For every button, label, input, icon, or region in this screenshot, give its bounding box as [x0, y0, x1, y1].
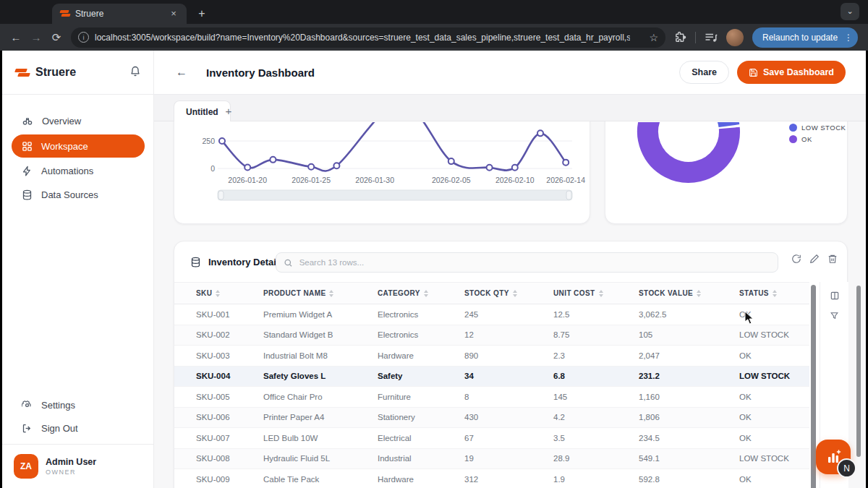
table-cell: 312: [464, 475, 553, 484]
table-cell: Electrical: [378, 434, 464, 442]
table-cell: 234.5: [639, 434, 739, 442]
struere-favicon: [59, 9, 69, 19]
url-text: localhost:3005/workspace/build?name=Inve…: [95, 33, 630, 43]
sidebar-item-data-sources[interactable]: Data Sources: [12, 183, 145, 206]
table-cell: OK: [739, 393, 809, 401]
column-header[interactable]: UNIT COST: [553, 289, 639, 297]
table-body: SKU-001Premium Widget AElectronics24512.…: [174, 304, 809, 488]
table-row[interactable]: SKU-006Printer Paper A4Stationery4304.21…: [174, 408, 809, 429]
legend-dot: [789, 124, 797, 132]
media-controls-icon[interactable]: [705, 32, 718, 43]
search-input[interactable]: [298, 257, 770, 267]
table-cell: SKU-002: [196, 330, 263, 339]
table-cell: Office Chair Pro: [263, 393, 378, 401]
bookmark-star-icon[interactable]: ☆: [649, 32, 658, 43]
table-scrollbar[interactable]: [811, 285, 816, 488]
sort-icon[interactable]: [697, 290, 701, 297]
share-button[interactable]: Share: [679, 61, 729, 84]
edit-icon[interactable]: [806, 250, 823, 267]
site-info-icon[interactable]: i: [78, 32, 89, 43]
table-row[interactable]: SKU-004Safety Gloves LSafety346.8231.2LO…: [174, 367, 809, 388]
table-cell: Printer Paper A4: [263, 413, 378, 421]
brand-name: Struere: [35, 66, 76, 79]
table-row[interactable]: SKU-002Standard Widget BElectronics128.7…: [174, 325, 809, 346]
table-cell: 3,062.5: [639, 310, 739, 319]
notifications-bell-icon[interactable]: [129, 65, 141, 80]
column-header[interactable]: STATUS: [739, 289, 809, 297]
table-cell: 12: [464, 330, 553, 339]
table-row[interactable]: SKU-009Cable Tie PackHardware3121.9592.8…: [174, 469, 809, 488]
column-header[interactable]: PRODUCT NAME: [263, 289, 378, 297]
sidebar-item-overview[interactable]: Overview: [12, 109, 145, 132]
column-header[interactable]: STOCK QTY: [464, 289, 553, 297]
sidebar-divider: [2, 444, 154, 445]
sort-icon[interactable]: [216, 290, 220, 297]
page-scrollbar[interactable]: [856, 286, 861, 457]
relaunch-label: Relaunch to update: [762, 33, 838, 43]
table-row[interactable]: SKU-007LED Bulb 10WElectrical673.5234.5O…: [174, 428, 809, 449]
sidebar: Struere Overview Workspace: [2, 51, 154, 488]
user-name: Admin User: [46, 457, 96, 467]
table-cell: SKU-001: [196, 310, 263, 319]
tab-close-icon[interactable]: ×: [168, 8, 179, 20]
address-bar[interactable]: i localhost:3005/workspace/build?name=In…: [71, 27, 665, 48]
table-cell: 2.3: [553, 351, 639, 360]
table-cell: 2,047: [639, 351, 739, 360]
columns-icon[interactable]: [830, 291, 840, 301]
extensions-icon[interactable]: [674, 31, 686, 43]
delete-icon[interactable]: [824, 250, 841, 267]
sort-icon[interactable]: [773, 290, 777, 297]
tab-list-chevron-icon[interactable]: ⌄: [841, 3, 859, 20]
table-search[interactable]: [276, 252, 778, 273]
relaunch-button[interactable]: Relaunch to update ⋮: [752, 27, 858, 48]
table-cell: 28.9: [553, 454, 639, 463]
back-nav-icon[interactable]: ←: [6, 27, 26, 48]
browser-tab[interactable]: Struere ×: [52, 4, 187, 24]
table-cell: SKU-007: [196, 434, 263, 442]
table-cell: OK: [739, 434, 809, 442]
legend-label: LOW STOCK: [801, 124, 846, 132]
table-cell: Industrial Bolt M8: [263, 351, 378, 360]
table-row[interactable]: SKU-001Premium Widget AElectronics24512.…: [174, 304, 809, 325]
sort-icon[interactable]: [599, 290, 603, 297]
svg-text:2026-01-25: 2026-01-25: [292, 176, 331, 184]
add-tab-button[interactable]: +: [221, 103, 237, 119]
sidebar-item-sign-out[interactable]: Sign Out: [12, 416, 145, 440]
table-cell: SKU-006: [196, 413, 263, 421]
table-row[interactable]: SKU-005Office Chair ProFurniture81451,16…: [174, 387, 809, 408]
table-cell: 4.2: [553, 413, 639, 421]
sort-icon[interactable]: [424, 290, 428, 297]
browser-profile-avatar[interactable]: [726, 29, 744, 46]
line-chart[interactable]: 25002026-01-202026-01-252026-01-302026-0…: [174, 122, 591, 225]
save-dashboard-button[interactable]: Save Dashboard: [737, 61, 846, 84]
filter-icon[interactable]: [830, 311, 839, 320]
sort-icon[interactable]: [513, 290, 517, 297]
table-row[interactable]: SKU-008Hydraulic Fluid 5LIndustrial1928.…: [174, 449, 809, 470]
struere-logo: [15, 67, 30, 78]
table-cell: LOW STOCK: [739, 330, 809, 339]
reload-icon[interactable]: ⟳: [46, 27, 67, 48]
refresh-icon[interactable]: [788, 250, 805, 267]
sidebar-item-automations[interactable]: Automations: [12, 159, 145, 182]
sidebar-item-label: Overview: [42, 116, 81, 127]
table-cell: Electronics: [378, 330, 464, 339]
table-title: Inventory Details: [208, 257, 284, 267]
sidebar-item-settings[interactable]: Settings: [12, 393, 145, 416]
save-icon: [749, 68, 758, 77]
tab-label: Untitled: [186, 107, 218, 117]
share-label: Share: [692, 67, 717, 77]
browser-tab-strip: Struere × + ⌄: [0, 0, 868, 24]
table-cell: LOW STOCK: [739, 372, 809, 380]
column-header[interactable]: CATEGORY: [378, 289, 464, 297]
column-header[interactable]: STOCK VALUE: [639, 289, 739, 297]
table-row[interactable]: SKU-003Industrial Bolt M8Hardware8902.32…: [174, 346, 809, 367]
new-tab-button[interactable]: +: [194, 6, 210, 22]
forward-nav-icon[interactable]: →: [26, 27, 46, 48]
back-arrow-icon[interactable]: ←: [176, 66, 187, 79]
column-header[interactable]: SKU: [196, 289, 263, 297]
sidebar-item-workspace[interactable]: Workspace: [12, 134, 145, 158]
user-profile[interactable]: ZA Admin User OWNER: [14, 454, 96, 479]
browser-menu-icon[interactable]: ⋮: [843, 33, 854, 43]
sort-icon[interactable]: [329, 290, 333, 297]
table-cell: Safety: [378, 372, 464, 380]
